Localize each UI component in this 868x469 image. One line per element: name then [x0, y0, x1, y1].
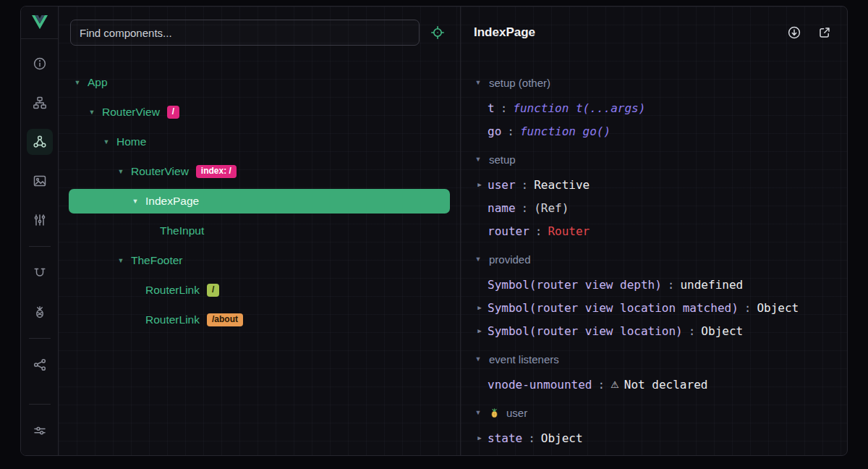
tree-row-app[interactable]: ▼ App — [69, 70, 450, 95]
route-badge: /about — [207, 313, 243, 326]
section-label: event listeners — [489, 353, 559, 366]
state-value: Router — [548, 224, 590, 238]
tree-row-routerview-index[interactable]: ▼ RouterView index: / — [69, 159, 450, 184]
key-value-separator: : — [598, 378, 605, 392]
state-key: Symbol(router view location matched) — [488, 301, 739, 315]
assets-icon[interactable] — [27, 168, 53, 194]
state-value: Object — [757, 301, 799, 315]
info-icon[interactable] — [27, 51, 53, 77]
state-row[interactable]: ▶ state : Object — [474, 426, 847, 449]
section-label: provided — [489, 253, 531, 266]
warning-icon: ⚠ — [610, 379, 619, 390]
caret-right-icon[interactable]: ▶ — [474, 327, 485, 334]
components-icon[interactable] — [27, 129, 53, 155]
caret-down-icon: ▼ — [474, 79, 482, 86]
state-key: state — [488, 431, 522, 445]
section-header[interactable]: ▼ setup (other) — [474, 69, 847, 96]
component-tree-icon[interactable] — [27, 90, 53, 116]
state-key: name — [488, 201, 516, 215]
component-tree: ▼ App ▼ RouterView / ▼ Home ▼ RouterView… — [59, 59, 460, 455]
section-setup: ▼ setup ▶ user : Reactive name : (Ref) — [474, 145, 847, 242]
route-badge: / — [167, 106, 179, 119]
caret-right-icon[interactable]: ▶ — [474, 181, 485, 188]
caret-down-icon: ▼ — [474, 255, 482, 263]
section-header[interactable]: ▼ event listeners — [474, 345, 847, 373]
tree-row-home[interactable]: ▼ Home — [69, 130, 450, 154]
inspect-target-icon[interactable] — [425, 20, 450, 45]
settings-icon[interactable] — [27, 418, 53, 444]
state-row[interactable]: ▶ Symbol(router view location) : Object — [474, 319, 847, 342]
state-row[interactable]: ▶ Symbol(router view location matched) :… — [474, 296, 847, 319]
sidebar-divider — [29, 338, 51, 339]
component-label: RouterView — [102, 106, 160, 119]
state-key: user — [488, 178, 516, 192]
components-toolbar — [59, 7, 460, 59]
caret-down-icon: ▼ — [474, 156, 482, 163]
tree-row-theinput[interactable]: TheInput — [69, 219, 450, 243]
tree-row-routerview[interactable]: ▼ RouterView / — [69, 100, 450, 124]
state-row[interactable]: router : Router — [474, 219, 847, 242]
scroll-to-component-icon[interactable] — [783, 22, 805, 43]
caret-down-icon[interactable]: ▼ — [101, 138, 112, 145]
section-user-store: ▼ user ▶ state : Object ▶ getters — [474, 399, 847, 455]
devtools-window: ▼ App ▼ RouterView / ▼ Home ▼ RouterView… — [20, 6, 848, 456]
caret-down-icon[interactable]: ▼ — [86, 109, 98, 116]
caret-right-icon[interactable]: ▶ — [474, 304, 485, 311]
state-value: Reactive — [534, 178, 590, 192]
state-panel: ▼ setup (other) t : function t(...args) … — [461, 59, 847, 455]
key-value-separator: : — [522, 201, 529, 215]
tree-row-routerlink-root[interactable]: RouterLink / — [69, 278, 450, 303]
section-provided: ▼ provided Symbol(router view depth) : u… — [474, 245, 847, 342]
state-value: (Ref) — [534, 201, 569, 215]
state-value: function go() — [520, 124, 610, 138]
state-key: Symbol(router view location) — [488, 324, 683, 338]
tree-row-indexpage[interactable]: ▼ IndexPage — [69, 189, 450, 214]
section-label: setup (other) — [489, 77, 550, 89]
caret-down-icon[interactable]: ▼ — [115, 257, 127, 264]
tree-row-thefooter[interactable]: ▼ TheFooter — [69, 248, 450, 273]
open-in-editor-icon[interactable] — [814, 22, 835, 43]
components-pane: ▼ App ▼ RouterView / ▼ Home ▼ RouterView… — [59, 7, 460, 455]
pinia-icon[interactable] — [27, 299, 53, 325]
component-label: RouterLink — [145, 313, 200, 326]
section-event-listeners: ▼ event listeners vnode-unmounted : ⚠ No… — [474, 345, 847, 396]
section-header[interactable]: ▼ user — [474, 399, 847, 426]
state-value: Object — [701, 324, 743, 338]
key-value-separator: : — [668, 278, 675, 292]
graph-icon[interactable] — [27, 352, 53, 378]
state-row[interactable]: t : function t(...args) — [474, 96, 847, 119]
state-key: t — [488, 101, 495, 115]
caret-down-icon[interactable]: ▼ — [129, 198, 141, 205]
timeline-icon[interactable] — [27, 207, 53, 233]
key-value-separator: : — [528, 431, 535, 445]
component-label: RouterLink — [145, 284, 200, 297]
inspector-title: IndexPage — [474, 25, 775, 40]
state-key: go — [488, 124, 501, 138]
inspector-pane: IndexPage ▼ setup (other) — [461, 7, 847, 455]
state-value: Object — [555, 455, 597, 456]
sidebar-divider — [29, 404, 51, 405]
component-label: IndexPage — [145, 195, 199, 208]
caret-down-icon[interactable]: ▼ — [72, 79, 83, 86]
section-header[interactable]: ▼ setup — [474, 145, 847, 173]
search-input[interactable] — [80, 27, 410, 39]
caret-right-icon[interactable]: ▶ — [474, 434, 485, 441]
state-row[interactable]: vnode-unmounted : ⚠ Not declared — [474, 373, 847, 396]
section-header[interactable]: ▼ provided — [474, 245, 847, 273]
vue-logo — [21, 7, 58, 39]
state-row[interactable]: ▶ user : Reactive — [474, 173, 847, 196]
state-row[interactable]: ▶ getters : Object — [474, 449, 847, 455]
section-label: setup — [489, 153, 516, 166]
state-value: function t(...args) — [513, 101, 645, 115]
caret-down-icon[interactable]: ▼ — [115, 168, 127, 175]
tree-row-routerlink-about[interactable]: RouterLink /about — [69, 308, 450, 332]
component-label: TheInput — [160, 224, 204, 237]
key-value-separator: : — [689, 324, 696, 338]
state-row[interactable]: name : (Ref) — [474, 196, 847, 219]
state-row[interactable]: Symbol(router view depth) : undefined — [474, 273, 847, 296]
component-label: RouterView — [131, 165, 189, 178]
state-row[interactable]: go : function go() — [474, 119, 847, 143]
sidebar — [21, 7, 59, 455]
router-icon[interactable] — [27, 260, 53, 286]
caret-down-icon: ▼ — [474, 355, 482, 363]
